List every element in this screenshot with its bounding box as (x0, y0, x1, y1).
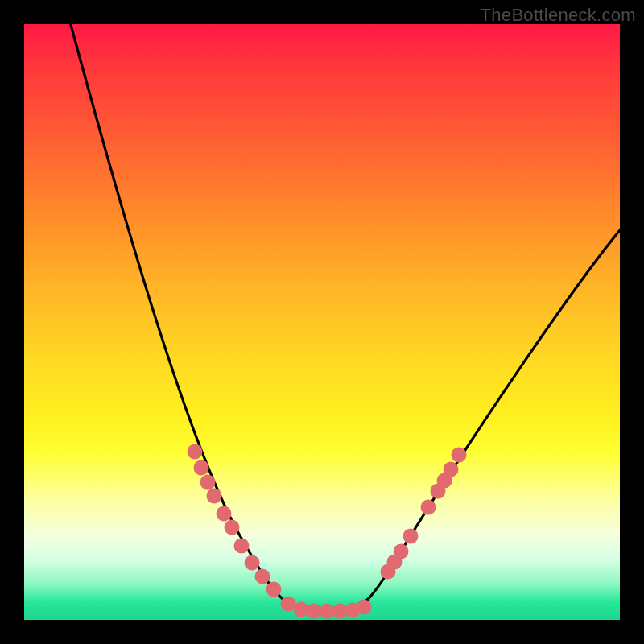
data-marker (225, 520, 240, 535)
watermark-text: TheBottleneck.com (481, 5, 636, 26)
data-marker (394, 544, 409, 559)
chart-frame: TheBottleneck.com (0, 0, 644, 644)
data-marker (194, 460, 209, 476)
data-marker (217, 506, 232, 522)
data-marker (357, 600, 372, 615)
data-marker (188, 444, 203, 460)
data-marker (200, 475, 216, 490)
chart-svg (24, 24, 620, 620)
data-marker (266, 582, 282, 597)
data-marker (421, 500, 436, 515)
v-curve (68, 16, 624, 610)
data-marker (444, 462, 459, 477)
data-marker (294, 602, 309, 617)
markers-bottom-group (281, 597, 372, 619)
plot-area (24, 24, 620, 620)
data-marker (255, 569, 270, 584)
data-marker (234, 539, 250, 554)
data-marker (452, 448, 467, 463)
data-marker (207, 489, 222, 504)
markers-left-group (188, 444, 282, 597)
data-marker (403, 529, 419, 544)
data-marker (245, 555, 260, 571)
